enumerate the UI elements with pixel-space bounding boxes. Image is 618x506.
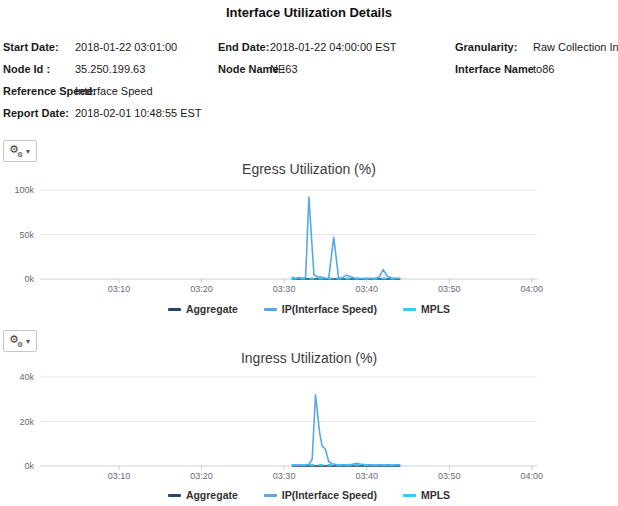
info-value: 2018-02-01 10:48:55 EST xyxy=(75,107,202,119)
chevron-down-icon: ▾ xyxy=(26,147,30,156)
legend-swatch xyxy=(264,308,277,311)
info-label: Granularity: xyxy=(455,41,517,53)
report-page: Interface Utilization Details Start Date… xyxy=(0,0,618,506)
svg-text:03:40: 03:40 xyxy=(355,284,378,294)
ingress-chart: 0k20k40k03:1003:2003:3003:4003:5004:00 xyxy=(0,369,618,487)
info-label: Start Date: xyxy=(3,41,59,53)
legend-item: Aggregate xyxy=(168,489,238,501)
info-value: NE63 xyxy=(270,63,298,75)
info-value: 2018-01-22 04:00:00 EST xyxy=(270,41,397,53)
info-label: End Date: xyxy=(218,41,269,53)
legend-swatch xyxy=(403,308,416,311)
legend-item: Aggregate xyxy=(168,303,238,315)
info-label: Interface Name xyxy=(455,63,534,75)
legend-label: IP(Interface Speed) xyxy=(282,489,377,501)
ingress-chart-title: Ingress Utilization (%) xyxy=(0,350,618,366)
svg-text:04:00: 04:00 xyxy=(521,471,544,481)
svg-text:100k: 100k xyxy=(14,185,34,195)
legend-label: Aggregate xyxy=(186,303,238,315)
info-label: Report Date: xyxy=(3,107,69,119)
ingress-chart-settings-button[interactable]: ⚙⚙ ▾ xyxy=(3,330,37,352)
legend-label: Aggregate xyxy=(186,489,238,501)
info-value: 35.250.199.63 xyxy=(75,63,145,75)
svg-text:04:00: 04:00 xyxy=(521,284,544,294)
svg-text:03:50: 03:50 xyxy=(438,471,461,481)
svg-text:03:30: 03:30 xyxy=(273,471,296,481)
info-label: Node Id : xyxy=(3,63,50,75)
svg-text:03:30: 03:30 xyxy=(273,284,296,294)
series-ip-interface-speed- xyxy=(292,197,399,278)
legend-swatch xyxy=(168,308,181,311)
svg-text:03:10: 03:10 xyxy=(108,284,131,294)
svg-text:0k: 0k xyxy=(24,461,34,471)
info-value: Interface Speed xyxy=(75,85,153,97)
legend-label: MPLS xyxy=(421,489,450,501)
chevron-down-icon: ▾ xyxy=(26,337,30,346)
svg-text:50k: 50k xyxy=(19,230,34,240)
ingress-chart-legend: AggregateIP(Interface Speed)MPLS xyxy=(0,489,618,501)
info-value: Raw Collection Interval xyxy=(533,41,618,53)
svg-text:20k: 20k xyxy=(19,417,34,427)
legend-swatch xyxy=(264,494,277,497)
legend-label: IP(Interface Speed) xyxy=(282,303,377,315)
svg-text:0k: 0k xyxy=(24,274,34,284)
svg-text:03:50: 03:50 xyxy=(438,284,461,294)
svg-text:40k: 40k xyxy=(19,372,34,382)
gear-icon: ⚙⚙ xyxy=(10,334,25,349)
info-value: 2018-01-22 03:01:00 xyxy=(75,41,177,53)
legend-label: MPLS xyxy=(421,303,450,315)
legend-swatch xyxy=(168,494,181,497)
egress-chart: 0k50k100k03:1003:2003:3003:4003:5004:00 xyxy=(0,182,618,300)
legend-item: IP(Interface Speed) xyxy=(264,489,377,501)
svg-text:03:40: 03:40 xyxy=(355,471,378,481)
svg-text:03:20: 03:20 xyxy=(190,284,213,294)
legend-item: MPLS xyxy=(403,303,450,315)
legend-item: IP(Interface Speed) xyxy=(264,303,377,315)
egress-chart-legend: AggregateIP(Interface Speed)MPLS xyxy=(0,303,618,315)
legend-item: MPLS xyxy=(403,489,450,501)
svg-text:03:20: 03:20 xyxy=(190,471,213,481)
page-title: Interface Utilization Details xyxy=(0,5,618,20)
info-value: to86 xyxy=(533,63,554,75)
egress-chart-settings-button[interactable]: ⚙⚙ ▾ xyxy=(3,140,37,162)
series-ip-interface-speed- xyxy=(292,395,399,465)
legend-swatch xyxy=(403,494,416,497)
gear-icon: ⚙⚙ xyxy=(10,144,25,159)
egress-chart-title: Egress Utilization (%) xyxy=(0,161,618,177)
svg-text:03:10: 03:10 xyxy=(108,471,131,481)
